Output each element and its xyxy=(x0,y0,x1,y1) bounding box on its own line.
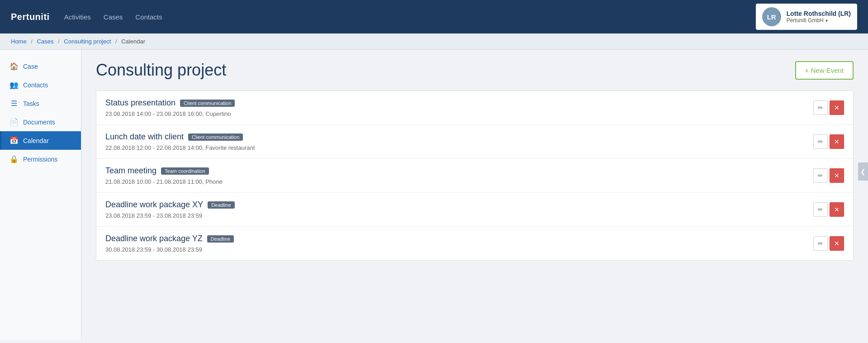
contacts-icon: 👥 xyxy=(9,81,19,89)
event-left: Team meeting Team coordination 21.08.201… xyxy=(105,166,813,185)
calendar-icon: 📅 xyxy=(9,136,19,145)
sidebar-label-tasks: Tasks xyxy=(23,100,39,107)
event-badge: Deadline xyxy=(208,201,234,209)
delete-event-button[interactable]: ✕ xyxy=(830,168,844,183)
breadcrumb-cases[interactable]: Cases xyxy=(37,38,54,45)
event-left: Deadline work package YZ Deadline 30.08.… xyxy=(105,234,813,253)
event-title: Team meeting xyxy=(105,166,157,176)
breadcrumb-sep-1: / xyxy=(31,38,33,45)
event-left: Deadline work package XY Deadline 23.08.… xyxy=(105,200,813,219)
page-title: Consulting project xyxy=(96,61,226,80)
sidebar-item-documents[interactable]: 📄 Documents xyxy=(0,113,81,131)
edit-event-button[interactable]: ✏ xyxy=(813,202,828,217)
edit-event-button[interactable]: ✏ xyxy=(813,134,828,149)
event-details: 23.08.2018 14:00 - 23.08.2018 16:00, Cup… xyxy=(105,110,813,117)
sidebar-label-calendar: Calendar xyxy=(23,137,49,144)
sidebar-item-permissions[interactable]: 🔒 Permissions xyxy=(0,150,81,168)
event-title-row: Team meeting Team coordination xyxy=(105,166,813,176)
event-badge: Team coordination xyxy=(161,167,209,175)
event-item: Team meeting Team coordination 21.08.201… xyxy=(96,159,853,193)
breadcrumb: Home / Cases / Consulting project / Cale… xyxy=(0,33,868,50)
scroll-handle[interactable]: ❮ xyxy=(858,162,868,181)
event-actions: ✏ ✕ xyxy=(813,134,844,149)
breadcrumb-home[interactable]: Home xyxy=(11,38,27,45)
content-header: Consulting project + New Event xyxy=(96,61,854,80)
edit-event-button[interactable]: ✏ xyxy=(813,236,828,251)
event-title: Lunch date with client xyxy=(105,132,184,142)
breadcrumb-current: Calendar xyxy=(121,38,145,45)
event-title-row: Deadline work package YZ Deadline xyxy=(105,234,813,243)
delete-event-button[interactable]: ✕ xyxy=(830,134,844,149)
event-actions: ✏ ✕ xyxy=(813,236,844,251)
delete-event-button[interactable]: ✕ xyxy=(830,236,844,251)
main-content: Consulting project + New Event Status pr… xyxy=(81,50,868,340)
event-details: 30.08.2018 23:59 - 30.08.2018 23:59 xyxy=(105,246,813,253)
sidebar-label-permissions: Permissions xyxy=(23,156,57,163)
sidebar: 🏠 Case 👥 Contacts ☰ Tasks 📄 Documents 📅 … xyxy=(0,50,81,340)
event-badge: Deadline xyxy=(207,235,234,243)
event-title: Deadline work package YZ xyxy=(105,234,203,243)
sidebar-label-contacts: Contacts xyxy=(23,81,48,89)
user-name: Lotte Rothschild (LR) xyxy=(787,10,851,17)
header: Pertuniti Activities Cases Contacts LR L… xyxy=(0,0,868,33)
logo: Pertuniti xyxy=(11,12,50,22)
user-info: Lotte Rothschild (LR) Pertuniti GmbH ▾ xyxy=(787,10,851,24)
nav-activities[interactable]: Activities xyxy=(64,13,91,21)
event-details: 21.08.2018 10:00 - 21.08.2018 11:00, Pho… xyxy=(105,178,813,185)
event-title-row: Status presentation Client communication xyxy=(105,98,813,108)
new-event-button[interactable]: + New Event xyxy=(795,61,854,80)
nav-contacts[interactable]: Contacts xyxy=(135,13,162,21)
event-title-row: Lunch date with client Client communicat… xyxy=(105,132,813,142)
event-actions: ✏ ✕ xyxy=(813,100,844,115)
breadcrumb-project[interactable]: Consulting project xyxy=(64,38,111,45)
event-item: Deadline work package XY Deadline 23.08.… xyxy=(96,193,853,227)
main-layout: 🏠 Case 👥 Contacts ☰ Tasks 📄 Documents 📅 … xyxy=(0,50,868,340)
home-icon: 🏠 xyxy=(9,62,19,71)
delete-event-button[interactable]: ✕ xyxy=(830,100,844,115)
delete-event-button[interactable]: ✕ xyxy=(830,202,844,217)
sidebar-label-case: Case xyxy=(23,63,38,70)
event-left: Status presentation Client communication… xyxy=(105,98,813,117)
user-company: Pertuniti GmbH ▾ xyxy=(787,17,851,24)
events-list: Status presentation Client communication… xyxy=(96,91,854,261)
breadcrumb-sep-3: / xyxy=(115,38,117,45)
event-item: Status presentation Client communication… xyxy=(96,91,853,125)
event-title-row: Deadline work package XY Deadline xyxy=(105,200,813,210)
event-details: 23.08.2018 23:59 - 23.08.2018 23:59 xyxy=(105,212,813,219)
sidebar-item-tasks[interactable]: ☰ Tasks xyxy=(0,94,81,113)
avatar: LR xyxy=(762,7,781,26)
documents-icon: 📄 xyxy=(9,118,19,126)
event-item: Deadline work package YZ Deadline 30.08.… xyxy=(96,227,853,260)
edit-event-button[interactable]: ✏ xyxy=(813,100,828,115)
sidebar-item-contacts[interactable]: 👥 Contacts xyxy=(0,76,81,94)
edit-event-button[interactable]: ✏ xyxy=(813,168,828,183)
chevron-left-icon: ❮ xyxy=(860,168,866,175)
event-item: Lunch date with client Client communicat… xyxy=(96,125,853,159)
event-badge: Client communication xyxy=(188,133,243,141)
sidebar-item-case[interactable]: 🏠 Case xyxy=(0,57,81,76)
sidebar-label-documents: Documents xyxy=(23,119,55,126)
dropdown-arrow-icon: ▾ xyxy=(825,18,828,23)
event-details: 22.08.2018 12:00 - 22.08.2018 14:00, Fav… xyxy=(105,144,813,151)
event-badge: Client communication xyxy=(180,100,235,107)
lock-icon: 🔒 xyxy=(9,155,19,163)
header-left: Pertuniti Activities Cases Contacts xyxy=(11,12,162,22)
sidebar-item-calendar[interactable]: 📅 Calendar xyxy=(0,131,81,150)
event-left: Lunch date with client Client communicat… xyxy=(105,132,813,151)
tasks-icon: ☰ xyxy=(9,99,19,108)
main-nav: Activities Cases Contacts xyxy=(64,13,162,21)
event-title: Status presentation xyxy=(105,98,175,108)
event-actions: ✏ ✕ xyxy=(813,168,844,183)
user-profile[interactable]: LR Lotte Rothschild (LR) Pertuniti GmbH … xyxy=(756,4,857,30)
event-title: Deadline work package XY xyxy=(105,200,203,210)
breadcrumb-sep-2: / xyxy=(58,38,60,45)
event-actions: ✏ ✕ xyxy=(813,202,844,217)
nav-cases[interactable]: Cases xyxy=(104,13,123,21)
